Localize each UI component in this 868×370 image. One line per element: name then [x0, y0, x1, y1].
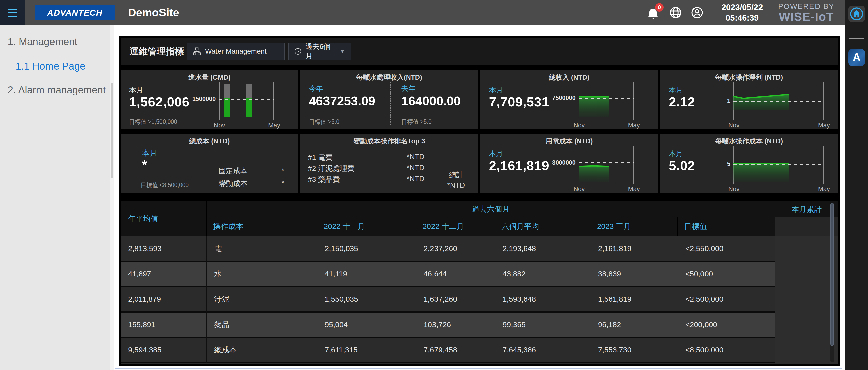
cost-per-ton-sparkline-chart: 5 Nov May [733, 146, 824, 184]
table-scrollbar-thumb[interactable] [830, 203, 834, 346]
metric-target: 目標值 <8,500,000 [141, 181, 189, 189]
period-selector-label: 過去6個月 [306, 42, 334, 61]
sidebar-scrollbar-thumb[interactable] [111, 83, 113, 178]
powered-by-text: POWERED BY [778, 2, 834, 10]
last-year-block: 去年 164000.00 目標值 >5.0 [393, 70, 478, 129]
variable-cost-label: 變動成本 [218, 179, 248, 189]
site-selector-dropdown[interactable]: Water Management [187, 43, 285, 60]
area-chart-graphic [733, 82, 824, 120]
app-shortcut-tile[interactable]: A [848, 49, 865, 66]
metric-target: 目標值 >1,500,000 [129, 118, 177, 126]
card-title: 變動成本操作排名Top 3 [300, 137, 478, 145]
top3-total-label: 總計 [438, 170, 474, 180]
metric-value: 2,161,819 [489, 158, 549, 173]
home-button[interactable] [848, 5, 865, 22]
metric-label: 本月 [669, 149, 683, 159]
metric-value: 2.12 [669, 94, 695, 109]
column-header-month-total: 本月累計 [775, 201, 838, 217]
table-row-water: 41,897 水 41,119 46,644 43,882 38,839 <50… [121, 262, 838, 287]
screen: ADVANTECH DemoSite 0 [0, 0, 868, 370]
dashed-divider [433, 145, 434, 189]
rail-divider [849, 38, 865, 39]
top3-rank-3: #3 藥品費 *NTD [308, 175, 425, 185]
kpi-card-cost-per-ton: 每噸水操作成本 (NTD) 本月 5.02 5 Nov [660, 134, 838, 193]
metric-value: 7,709,531 [489, 94, 549, 109]
notification-badge: 0 [655, 3, 663, 11]
datetime-display: 2023/05/22 05:46:39 [713, 0, 771, 25]
sidebar-item-home-page[interactable]: 1.1 Home Page [16, 61, 110, 72]
sitemap-icon [193, 47, 201, 56]
card-title: 每噸水操作淨利 (NTD) [660, 73, 838, 82]
navigation-sidebar: 1. Management 1.1 Home Page 2. Alarm man… [0, 25, 110, 370]
notifications-button[interactable]: 0 [646, 4, 663, 22]
clock-icon [294, 47, 302, 56]
column-group-last-six-months: 過去六個月 [207, 201, 776, 217]
dashboard-header: 運維管理指標 Water Management 過去6個月 ▼ [121, 38, 838, 65]
kpi-row-1: 進水量 (CMD) 本月 1,562,006 目標值 >1,500,000 15… [121, 70, 838, 129]
fixed-cost-value: * [282, 167, 284, 175]
kpi-card-total-cost: 總成本 (NTD) 本月 * 目標值 <8,500,000 固定成本 * 變動成… [121, 134, 298, 193]
sidebar-scrollbar[interactable] [110, 25, 114, 370]
kpi-card-total-revenue: 總收入 (NTD) 本月 7,709,531 7500000 [480, 70, 658, 129]
dashed-divider [390, 82, 391, 125]
variable-cost-value: * [282, 179, 284, 187]
kpi-card-net-profit-per-ton: 每噸水操作淨利 (NTD) 本月 2.12 1 Nov [660, 70, 838, 129]
chevron-down-icon: ▼ [340, 48, 345, 55]
card-title: 總收入 (NTD) [480, 73, 658, 82]
site-selector-label: Water Management [205, 47, 267, 56]
language-globe-button[interactable] [669, 6, 682, 19]
period-selector-dropdown[interactable]: 過去6個月 ▼ [288, 43, 351, 60]
advantech-logo-text: ADVANTECH [47, 8, 102, 18]
app-shortcut-letter: A [853, 51, 861, 64]
card-title: 用電成本 (NTD) [480, 137, 658, 145]
column-header-operating-cost: 操作成本 [207, 217, 317, 236]
column-header-2022-dec: 2022 十二月 [416, 217, 495, 236]
kpi-row-2: 總成本 (NTD) 本月 * 目標值 <8,500,000 固定成本 * 變動成… [121, 134, 838, 193]
table-row-sludge: 2,011,879 汙泥 1,550,035 1,637,260 1,593,6… [121, 287, 838, 312]
hamburger-menu-button[interactable] [0, 0, 25, 25]
metric-value: * [142, 158, 147, 172]
metric-label: 本月 [142, 148, 157, 158]
sidebar-item-management[interactable]: 1. Management [7, 36, 110, 47]
date-text: 2023/05/22 [721, 2, 763, 12]
cost-table: 年平均值 過去六個月 本月累計 操作成本 2022 十一月 2022 十二月 六… [121, 201, 838, 364]
top3-rank-2: #2 汙泥處理費 *NTD [308, 164, 425, 174]
total-revenue-sparkline-chart: 7500000 Nov May [579, 82, 634, 120]
top-header: ADVANTECH DemoSite 0 [0, 0, 868, 25]
kpi-card-variable-cost-top3: 變動成本操作排名Top 3 #1 電費 *NTD #2 汙泥處理費 *NTD #… [300, 134, 478, 193]
user-icon [691, 6, 704, 19]
dashboard-title: 運維管理指標 [130, 38, 184, 65]
dashboard-panel: 運維管理指標 Water Management 過去6個月 ▼ [119, 36, 840, 366]
column-header-2023-mar: 2023 三月 [590, 217, 678, 236]
page-title: DemoSite [128, 0, 179, 25]
metric-label: 本月 [489, 149, 503, 159]
metric-label: 本月 [129, 86, 143, 95]
kpi-card-inflow: 進水量 (CMD) 本月 1,562,006 目標值 >1,500,000 15… [121, 70, 298, 129]
user-account-button[interactable] [691, 6, 704, 19]
cost-table-header: 年平均值 過去六個月 本月累計 操作成本 2022 十一月 2022 十二月 六… [121, 201, 838, 236]
column-header-target: 目標值 [678, 217, 775, 236]
browser-side-rail: A [845, 0, 868, 370]
wise-iot-brand: WISE-IoT [779, 10, 834, 23]
sidebar-item-alarm-management[interactable]: 2. Alarm management [7, 85, 110, 96]
card-title: 進水量 (CMD) [121, 73, 298, 82]
card-title: 每噸水操作成本 (NTD) [660, 137, 838, 145]
kpi-card-revenue-per-ton: 每噸水處理收入(NTD) 今年 4637253.09 目標值 >5.0 去年 1… [300, 70, 478, 129]
table-scrollbar[interactable] [830, 203, 834, 363]
column-header-empty [775, 217, 838, 236]
kpi-card-electricity-cost: 用電成本 (NTD) 本月 2,161,819 3000000 [480, 134, 658, 193]
table-row-chemicals: 155,891 藥品 95,004 103,726 99,365 96,182 … [121, 312, 838, 338]
powered-by-wise-iot: POWERED BY WISE-IoT [772, 0, 840, 25]
fixed-cost-label: 固定成本 [218, 166, 248, 176]
time-text: 05:46:39 [725, 12, 759, 23]
metric-label: 本月 [489, 86, 503, 95]
bar-chart-graphic [219, 82, 274, 120]
area-chart-graphic [579, 82, 634, 120]
area-chart-graphic [579, 146, 634, 184]
this-year-block: 今年 4637253.09 目標值 >5.0 [300, 70, 389, 129]
card-title: 總成本 (NTD) [121, 137, 298, 145]
top3-rank-1: #1 電費 *NTD [308, 153, 425, 163]
advantech-logo[interactable]: ADVANTECH [35, 5, 115, 20]
cost-table-body: 2,813,593 電 2,150,035 2,237,260 2,193,64… [121, 236, 838, 363]
inflow-sparkline-chart: 1500000 Nov May [219, 82, 274, 120]
